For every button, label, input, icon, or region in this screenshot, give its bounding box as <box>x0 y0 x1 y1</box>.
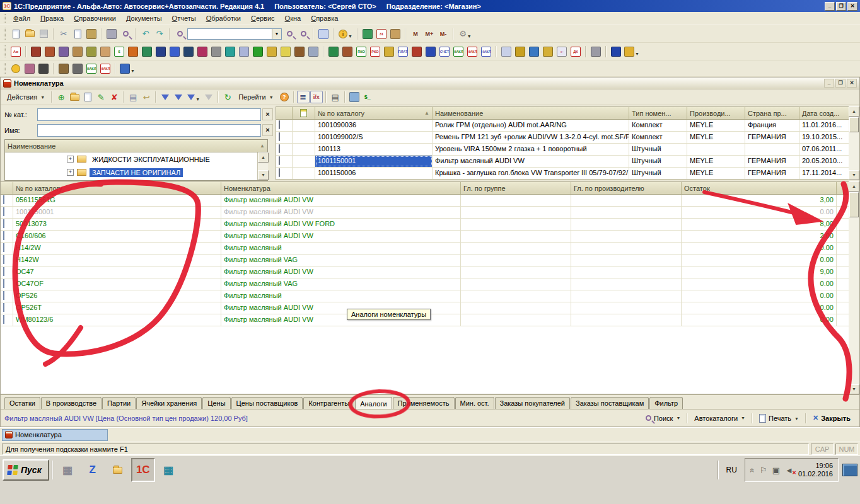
scroll-up-button[interactable]: ▲ <box>258 152 269 163</box>
table-row[interactable]: 1001099002/SРемень ГРМ 121 зуб +ролик AU… <box>276 132 850 144</box>
table-cell[interactable]: Фильтр масляный AUDI VW <box>221 231 461 242</box>
search-input[interactable]: ▼ <box>187 28 282 40</box>
employees-icon[interactable] <box>182 45 195 58</box>
tree-mode-toggle[interactable]: ≣ <box>297 91 310 103</box>
table-cell[interactable]: 100113 <box>315 144 433 155</box>
table-cell[interactable] <box>461 314 571 326</box>
table-cell[interactable]: OC47OF <box>13 278 221 290</box>
table-cell[interactable]: Штучный <box>629 156 687 167</box>
table-cell[interactable]: ГЕРМАНИЯ <box>745 156 799 167</box>
window-minimize-button[interactable]: _ <box>824 79 834 88</box>
tree-header[interactable]: Наименование ▲ <box>5 140 267 152</box>
table-cell[interactable]: Крышка - заглушка гол.блока VW Transport… <box>433 168 629 179</box>
add-button[interactable]: ⊕ <box>55 91 67 103</box>
new-document-icon[interactable] <box>9 28 22 40</box>
analog-row[interactable]: H142WФильтр масляный VAG0.00 <box>1 255 849 266</box>
find-counterparty-icon[interactable] <box>154 45 167 58</box>
save-icon[interactable] <box>37 28 50 40</box>
onec-launcher-icon[interactable]: 1С <box>131 458 155 482</box>
memory-m-button[interactable]: M <box>409 28 422 40</box>
payments-icon[interactable] <box>265 45 278 58</box>
expand-icon[interactable]: + <box>67 156 74 163</box>
table-cell[interactable] <box>461 266 571 278</box>
filter-settings-button[interactable] <box>159 91 171 103</box>
analog-row[interactable]: 1001150001Фильтр масляный AUDI VW0.00 <box>1 207 849 219</box>
start-button[interactable]: Пуск <box>3 459 49 481</box>
table-cell[interactable] <box>461 255 571 266</box>
table-cell[interactable]: WM80123/6 <box>13 314 221 326</box>
copy-icon[interactable] <box>71 28 84 40</box>
table-cell[interactable]: Фильтр масляный <box>221 243 461 254</box>
table-cell[interactable]: 3,00 <box>682 195 837 206</box>
table-cell[interactable]: Фильтр масляный AUDI VW <box>221 207 461 218</box>
delete-button[interactable]: ✘ <box>108 91 120 103</box>
menu-catalogs[interactable]: Справочники <box>69 13 121 24</box>
table-cell[interactable] <box>461 231 571 242</box>
table-cell[interactable] <box>461 195 571 206</box>
table-cell[interactable]: 0.00 <box>682 290 837 302</box>
nakl-out-icon[interactable]: НАКЛ <box>466 45 479 58</box>
column-header[interactable]: Производи... <box>687 107 745 119</box>
table-cell[interactable]: 1001150001 <box>13 207 221 218</box>
undo-icon[interactable]: ↶ <box>139 28 152 40</box>
prices-button[interactable]: $_ <box>361 91 374 103</box>
analog-row[interactable]: OC47OFФильтр масляный VAG0.00 <box>1 278 849 290</box>
table-cell[interactable]: 1001150001 <box>315 156 433 167</box>
table-cell[interactable]: Штучный <box>629 168 687 179</box>
refresh-button[interactable]: ↻ <box>221 91 234 103</box>
column-header[interactable]: Дата созд... <box>799 107 851 119</box>
print-icon[interactable] <box>105 28 118 40</box>
table-cell[interactable]: 1001099002/S <box>315 132 433 143</box>
paste-icon[interactable] <box>85 28 98 40</box>
table-cell[interactable]: ГЕРМАНИЯ <box>745 132 799 143</box>
tree-scrollbar[interactable]: ▲ ▼ <box>257 152 268 180</box>
warehouses-icon[interactable] <box>44 45 56 58</box>
menu-reports[interactable]: Отчеты <box>167 13 201 24</box>
customer-return-icon[interactable] <box>424 45 437 58</box>
actions-menu[interactable]: Действия▼ <box>3 92 49 102</box>
table-cell[interactable]: ГЕРМАНИЯ <box>745 168 799 179</box>
table-cell[interactable]: OP526 <box>13 290 221 302</box>
table-cell[interactable]: 07.06.2011... <box>799 144 851 155</box>
table-row[interactable]: 1001150006Крышка - заглушка гол.блока VW… <box>276 168 850 180</box>
redo-icon[interactable]: ↷ <box>153 28 166 40</box>
table-cell[interactable]: 0.00 <box>682 278 837 290</box>
table-cell[interactable] <box>571 278 682 290</box>
expand-icon[interactable]: + <box>67 169 74 176</box>
documents-archive-icon[interactable] <box>141 45 153 58</box>
close-button[interactable]: ✕ <box>847 2 857 11</box>
table-cell[interactable]: H142W <box>13 255 221 266</box>
name-filter-input[interactable] <box>37 124 261 137</box>
money-docs-icon[interactable] <box>383 45 395 58</box>
import-export-icon[interactable]: ▼ <box>119 62 136 75</box>
find-next-icon[interactable] <box>283 28 296 40</box>
lists-icon[interactable] <box>307 45 320 58</box>
table-cell[interactable]: C160/606 <box>13 231 221 242</box>
analog-row[interactable]: C160/606Фильтр масляный AUDI VW2,00 <box>1 231 849 243</box>
toolbar-grip[interactable] <box>4 14 6 23</box>
catalog-books-icon[interactable] <box>327 45 340 58</box>
tab-filtr[interactable]: Фильтр <box>649 397 683 410</box>
add-group-button[interactable] <box>68 91 81 103</box>
table-cell[interactable]: 0.00 <box>682 302 837 314</box>
tab-tseny-postavshchikov[interactable]: Цены поставщиков <box>231 397 303 410</box>
work-orders-icon[interactable] <box>57 62 70 75</box>
nakl-in-icon[interactable]: НАКЛ <box>452 45 465 58</box>
tree-item[interactable]: +ЖИДКОСТИ ЭКСПЛУАТАЦИОННЫЕ <box>5 152 267 166</box>
analog-row[interactable]: OP526Фильтр масляный0.00 <box>1 290 849 302</box>
table-cell[interactable]: 0.00 <box>682 314 837 326</box>
images-button[interactable] <box>348 91 361 103</box>
table-cell[interactable] <box>571 302 682 314</box>
alfa-auto-logo-icon[interactable]: Ам <box>9 45 22 58</box>
scroll-down-button[interactable]: ▼ <box>849 384 859 394</box>
toolbar-grip[interactable] <box>4 28 6 40</box>
table-cell[interactable] <box>461 278 571 290</box>
filter-by-value-button[interactable] <box>172 91 185 103</box>
analog-row[interactable]: 056115561GФильтр масляный AUDI VW3,00 <box>1 195 849 207</box>
tab-kontragenty[interactable]: Контрагенты <box>303 397 354 410</box>
tab-analogi[interactable]: Аналоги <box>355 397 392 410</box>
statistics-icon[interactable] <box>528 45 540 58</box>
tab-v-proizvodstve[interactable]: В производстве <box>41 397 102 410</box>
table-cell[interactable] <box>461 243 571 254</box>
table-cell[interactable]: 17.11.2014... <box>799 168 851 179</box>
